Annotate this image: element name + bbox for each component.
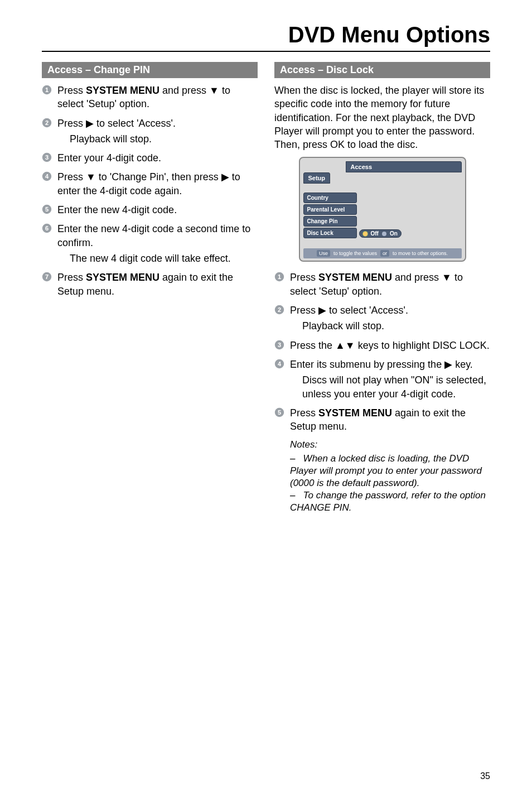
ui-footer-text: to toggle the values bbox=[333, 251, 377, 256]
right-intro: When the disc is locked, the player will… bbox=[274, 84, 490, 151]
step-badge-1: 1 bbox=[42, 85, 52, 95]
step-badge-7: 7 bbox=[42, 272, 52, 282]
ui-footer-text: to move to other options. bbox=[393, 251, 448, 256]
right-step-5: 5 Press SYSTEM MENU again to exit the Se… bbox=[274, 406, 490, 434]
ui-option-dot bbox=[363, 232, 367, 236]
ui-screenshot: Setup Access Country Parental Level Chan… bbox=[299, 157, 466, 262]
step-badge-2: 2 bbox=[274, 305, 284, 315]
step-badge-3: 3 bbox=[42, 152, 52, 162]
svg-text:5: 5 bbox=[45, 206, 49, 213]
svg-text:3: 3 bbox=[278, 342, 281, 348]
ui-footer-key: or bbox=[380, 250, 389, 257]
svg-text:4: 4 bbox=[278, 360, 282, 367]
right-step-1: 1 Press SYSTEM MENU and press ▼ to selec… bbox=[274, 271, 490, 298]
step-badge-4: 4 bbox=[274, 359, 284, 369]
left-step-6: 6 Enter the new 4-digit code a second ti… bbox=[42, 222, 258, 249]
svg-text:5: 5 bbox=[278, 409, 281, 416]
svg-text:4: 4 bbox=[45, 173, 49, 180]
ui-option-label: On bbox=[390, 230, 398, 237]
ui-option-dot bbox=[382, 232, 386, 236]
ui-row-label: Country bbox=[303, 193, 357, 203]
ui-top-bar: Access bbox=[346, 161, 462, 172]
left-step-3: 3 Enter your 4-digit code. bbox=[42, 151, 258, 165]
left-step-7: 7 Press SYSTEM MENU again to exit the Se… bbox=[42, 271, 258, 298]
ui-row-value: OffOn bbox=[359, 228, 462, 238]
ui-row: Parental Level bbox=[303, 204, 462, 215]
step-badge-2: 2 bbox=[42, 118, 52, 128]
ui-row: Change Pin bbox=[303, 216, 462, 227]
ui-top-tab: Setup bbox=[303, 172, 331, 184]
ui-row: Disc Lock OffOn bbox=[303, 228, 462, 238]
notes-item-2: – To change the password, refer to the o… bbox=[290, 489, 490, 514]
svg-text:3: 3 bbox=[45, 154, 49, 161]
left-section-header: Access – Change PIN bbox=[42, 62, 258, 78]
ui-row: Country bbox=[303, 193, 462, 203]
ui-footer: Use to toggle the values or to move to o… bbox=[303, 248, 462, 258]
right-step-2: 2 Press ▶ to select 'Access'. bbox=[274, 304, 490, 317]
right-step-2-sub: Playback will stop. bbox=[274, 319, 490, 333]
step-badge-6: 6 bbox=[42, 223, 52, 233]
svg-text:2: 2 bbox=[45, 119, 49, 126]
step-badge-5: 5 bbox=[42, 204, 52, 214]
left-step-6-sub: The new 4 digit code will take effect. bbox=[42, 252, 258, 265]
right-step-4: 4 Enter its submenu by pressing the ▶ ke… bbox=[274, 358, 490, 371]
step-badge-5: 5 bbox=[274, 407, 284, 417]
right-step-3: 3 Press the ▲▼ keys to highlight DISC LO… bbox=[274, 339, 490, 352]
ui-row-label: Change Pin bbox=[303, 216, 357, 227]
ui-row-label: Disc Lock bbox=[303, 228, 357, 238]
svg-text:7: 7 bbox=[45, 273, 49, 280]
title-rule bbox=[42, 51, 490, 52]
page-title: DVD Menu Options bbox=[288, 22, 490, 47]
ui-row-label: Parental Level bbox=[303, 204, 357, 215]
page-number: 35 bbox=[480, 771, 490, 781]
svg-text:6: 6 bbox=[45, 225, 49, 232]
left-step-4: 4 Press ▼ to 'Change Pin', then press ▶ … bbox=[42, 170, 258, 198]
ui-option-pill: OffOn bbox=[359, 229, 402, 238]
notes-block: Notes:– When a locked disc is loading, t… bbox=[274, 439, 490, 514]
ui-option-label: Off bbox=[371, 230, 379, 237]
svg-text:1: 1 bbox=[45, 86, 49, 93]
left-step-1: 1 Press SYSTEM MENU and press ▼ to selec… bbox=[42, 84, 258, 111]
notes-item-1: – When a locked disc is loading, the DVD… bbox=[290, 453, 490, 489]
right-step-4-sub: Discs will not play when "ON" is selecte… bbox=[274, 373, 490, 401]
step-badge-1: 1 bbox=[274, 272, 284, 282]
step-badge-3: 3 bbox=[274, 340, 284, 350]
ui-footer-key: Use bbox=[317, 250, 330, 257]
step-badge-4: 4 bbox=[42, 171, 52, 181]
left-step-2: 2 Press ▶ to select 'Access'. bbox=[42, 117, 258, 130]
left-step-2-sub: Playback will stop. bbox=[42, 132, 258, 146]
left-step-5: 5 Enter the new 4-digit code. bbox=[42, 203, 258, 217]
svg-text:1: 1 bbox=[278, 273, 281, 280]
right-section-header: Access – Disc Lock bbox=[274, 62, 490, 78]
notes-heading: Notes: bbox=[290, 439, 490, 451]
svg-text:2: 2 bbox=[278, 306, 281, 313]
